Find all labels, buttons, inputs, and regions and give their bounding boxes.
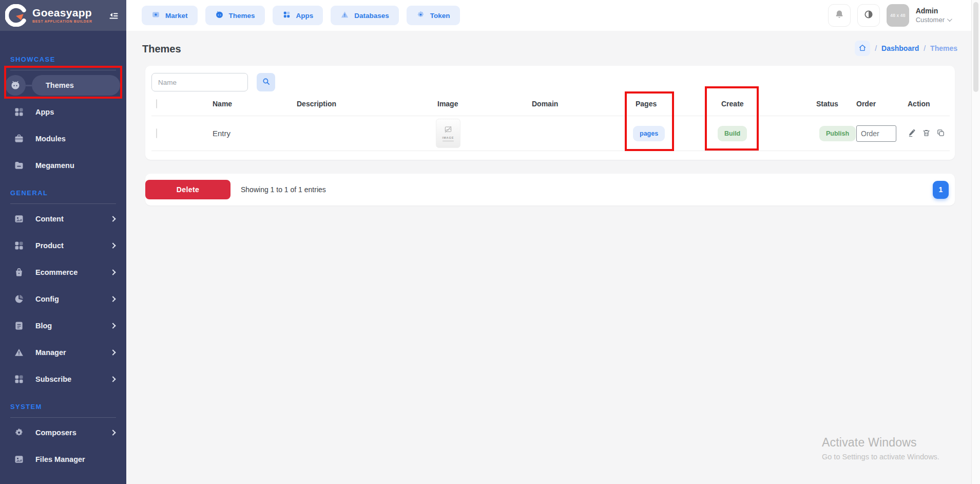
sidebar-item-config[interactable]: Config	[0, 286, 126, 312]
avatar[interactable]: 48 x 48	[887, 4, 909, 27]
warning-icon	[14, 347, 24, 358]
topnav-token-button[interactable]: Token	[407, 6, 460, 25]
chevron-right-icon	[110, 243, 116, 248]
sidebar-item-label: Modules	[35, 135, 66, 143]
sidebar-item-label: Files Manager	[35, 455, 85, 463]
breadcrumb-dashboard-link[interactable]: Dashboard	[881, 44, 919, 52]
sidebar-section-showcase: SHOWCASE Themes Apps	[0, 53, 126, 179]
column-header-description: Description	[297, 100, 436, 108]
sidebar-item-megamenu[interactable]: Megamenu	[0, 152, 126, 179]
sidebar-item-content[interactable]: Content	[0, 206, 126, 232]
breadcrumb-home-chip[interactable]	[855, 41, 870, 56]
mask-icon	[5, 75, 26, 96]
sidebar-item-files-manager[interactable]: Files Manager	[0, 446, 126, 473]
column-header-domain: Domain	[532, 100, 633, 108]
table-row: Entry IMAGE pages Build Publish	[151, 116, 950, 151]
table-footer-bar: Delete Showing 1 to 1 of 1 entries 1	[145, 174, 955, 206]
sidebar-item-subscribe[interactable]: Subscribe	[0, 366, 126, 393]
topnav-market-button[interactable]: Market	[142, 6, 198, 25]
sidebar-item-composers[interactable]: Composers	[0, 419, 126, 446]
topnav-databases-button[interactable]: Databases	[331, 6, 399, 25]
sidebar-section-general: GENERAL Content Product	[0, 187, 126, 393]
chevron-right-icon	[110, 323, 116, 328]
delete-button[interactable]: Delete	[145, 180, 230, 199]
collapse-sidebar-icon[interactable]	[107, 9, 120, 22]
breadcrumb-current[interactable]: Themes	[930, 44, 957, 52]
build-badge-button[interactable]: Build	[718, 126, 747, 141]
theme-toggle-button[interactable]	[857, 4, 880, 27]
sidebar-item-product[interactable]: Product	[0, 232, 126, 259]
copy-icon[interactable]	[936, 128, 945, 139]
breadcrumb-separator: /	[875, 44, 877, 52]
sidebar-item-apps[interactable]: Apps	[0, 99, 126, 125]
bag-icon	[14, 267, 24, 277]
grid-icon	[14, 240, 24, 251]
notifications-button[interactable]	[828, 4, 851, 27]
chevron-right-icon	[110, 349, 116, 355]
sidebar-item-manager[interactable]: Manager	[0, 339, 126, 366]
topnav-apps-button[interactable]: Apps	[273, 6, 323, 25]
grid-icon	[14, 107, 24, 117]
chevron-right-icon	[110, 430, 116, 435]
search-input[interactable]	[151, 73, 248, 91]
active-pill: Themes	[32, 75, 120, 96]
sidebar-item-label: Manager	[35, 348, 66, 357]
column-header-action: Action	[908, 100, 950, 108]
table-header-row: Name Description Image Domain Pages Crea…	[151, 91, 950, 116]
sidebar-item-themes[interactable]: Themes	[0, 72, 126, 99]
sidebar-item-label: Composers	[35, 429, 76, 437]
sidebar-item-label: Themes	[46, 81, 74, 89]
cell-action	[908, 128, 950, 139]
themes-icon	[215, 10, 224, 21]
sidebar-item-blog[interactable]: Blog	[0, 312, 126, 339]
brand-logo-icon	[5, 4, 28, 27]
sidebar: Goeasyapp BEST APPLICATION BUILDER SHOWC…	[0, 0, 126, 484]
contrast-icon	[863, 9, 874, 22]
topnav-token-label: Token	[430, 12, 450, 20]
logo-block[interactable]: Goeasyapp BEST APPLICATION BUILDER	[0, 0, 126, 31]
divider	[10, 203, 116, 204]
scrollbar-thumb[interactable]	[973, 2, 978, 92]
pages-badge-button[interactable]: pages	[633, 126, 665, 141]
row-checkbox[interactable]	[156, 128, 157, 138]
order-input[interactable]	[856, 125, 896, 142]
search-row	[145, 66, 955, 91]
search-button[interactable]	[257, 73, 275, 91]
sidebar-item-modules[interactable]: Modules	[0, 125, 126, 152]
pagination-page-1-button[interactable]: 1	[933, 181, 949, 199]
trash-icon[interactable]	[922, 128, 931, 139]
user-role: Customer	[916, 16, 951, 24]
theme-thumbnail[interactable]: IMAGE	[436, 119, 460, 148]
avatar-placeholder-text: 48 x 48	[890, 13, 906, 18]
chevron-right-icon	[110, 216, 116, 221]
edit-icon[interactable]	[908, 128, 916, 139]
cell-name: Entry	[213, 129, 297, 138]
chevron-right-icon	[110, 269, 116, 275]
status-badge[interactable]: Publish	[819, 126, 856, 141]
sidebar-item-label: Config	[35, 295, 59, 303]
sidebar-item-label: Product	[35, 241, 64, 250]
cell-order	[856, 125, 908, 142]
token-icon	[416, 10, 425, 21]
document-icon	[14, 321, 24, 331]
thumbnail-subline	[443, 140, 454, 142]
sidebar-item-ecommerce[interactable]: Ecommerce	[0, 259, 126, 286]
entries-summary: Showing 1 to 1 of 1 entries	[241, 185, 326, 194]
user-menu[interactable]: Admin Customer	[916, 7, 951, 24]
breadcrumb: / Dashboard / Themes	[855, 41, 957, 56]
windows-activation-watermark: Activate Windows Go to Settings to activ…	[822, 436, 939, 461]
folder-icon	[14, 160, 24, 171]
chevron-right-icon	[110, 296, 116, 302]
sidebar-section-system: SYSTEM Composers Files Manager	[0, 401, 126, 473]
user-name: Admin	[916, 7, 951, 16]
brand-tagline: BEST APPLICATION BUILDER	[32, 20, 92, 24]
column-header-pages: Pages	[633, 100, 718, 108]
topnav-themes-button[interactable]: Themes	[205, 6, 265, 25]
themes-table-card: Name Description Image Domain Pages Crea…	[145, 66, 955, 160]
topnav-market-label: Market	[165, 12, 188, 20]
column-header-image: Image	[436, 100, 532, 108]
select-all-checkbox[interactable]	[156, 99, 157, 108]
vertical-scrollbar[interactable]	[971, 0, 980, 484]
sidebar-item-label: Blog	[35, 322, 52, 330]
cell-status: Publish	[816, 126, 856, 141]
